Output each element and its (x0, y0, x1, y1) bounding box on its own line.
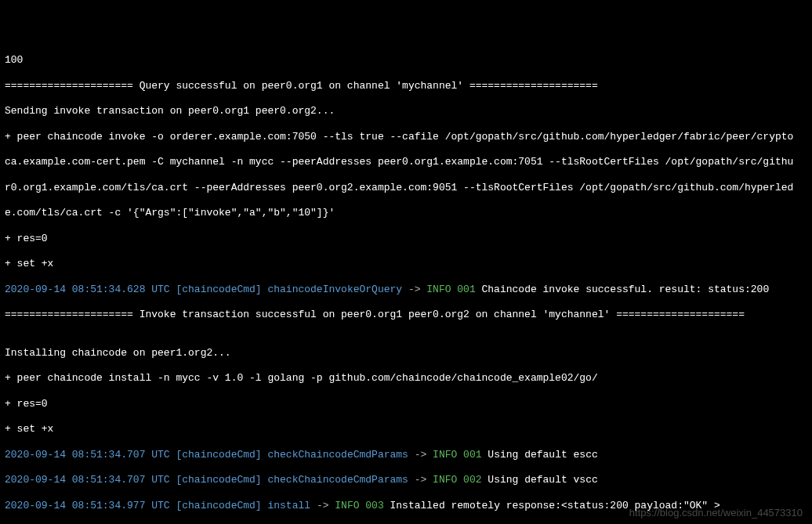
log-context: [chaincodeCmd] chaincodeInvokeOrQuery (170, 284, 408, 295)
timestamp: 2020-09-14 08:51:34.707 UTC (5, 449, 170, 461)
terminal-line: + set +x (5, 258, 807, 270)
terminal-line: ca.example.com-cert.pem -C mychannel -n … (5, 156, 807, 168)
log-level: INFO 001 (433, 449, 481, 461)
log-line: 2020-09-14 08:51:34.628 UTC [chaincodeCm… (5, 284, 807, 296)
arrow: -> (415, 474, 433, 486)
terminal-line: Sending invoke transaction on peer0.org1… (5, 105, 807, 117)
log-level: INFO 003 (335, 500, 383, 511)
terminal-line: + peer chaincode install -n mycc -v 1.0 … (5, 372, 807, 385)
terminal-line: 100 (5, 54, 807, 67)
log-msg: Chaincode invoke successful. result: sta… (476, 284, 769, 295)
terminal-line: + peer chaincode invoke -o orderer.examp… (5, 131, 807, 143)
log-context: [chaincodeCmd] checkChaincodeCmdParams (170, 474, 415, 486)
log-level: INFO 002 (433, 474, 481, 486)
terminal-line: + res=0 (5, 233, 807, 245)
timestamp: 2020-09-14 08:51:34.977 UTC (5, 500, 170, 511)
watermark: https://blog.csdn.net/weixin_44573310 (629, 507, 803, 519)
log-line: 2020-09-14 08:51:34.707 UTC [chaincodeCm… (5, 449, 807, 461)
log-msg: Using default escc (482, 449, 598, 461)
timestamp: 2020-09-14 08:51:34.628 UTC (5, 284, 170, 295)
arrow: -> (415, 449, 433, 461)
log-context: [chaincodeCmd] install (170, 500, 317, 511)
terminal-line: ===================== Query successful o… (5, 80, 807, 92)
arrow: -> (317, 500, 335, 511)
terminal-line: e.com/tls/ca.crt -c '{"Args":["invoke","… (5, 207, 807, 219)
log-msg: Using default vscc (482, 474, 598, 486)
log-level: INFO 001 (426, 284, 475, 295)
arrow: -> (408, 284, 426, 295)
timestamp: 2020-09-14 08:51:34.707 UTC (5, 474, 170, 486)
log-context: [chaincodeCmd] checkChaincodeCmdParams (170, 449, 415, 461)
terminal-line: r0.org1.example.com/tls/ca.crt --peerAdd… (5, 182, 807, 194)
log-line: 2020-09-14 08:51:34.707 UTC [chaincodeCm… (5, 474, 807, 486)
terminal-line: ===================== Invoke transaction… (5, 309, 807, 321)
terminal-line: Installing chaincode on peer1.org2... (5, 347, 807, 360)
terminal-line: + res=0 (5, 398, 807, 410)
terminal-line: + set +x (5, 423, 807, 435)
